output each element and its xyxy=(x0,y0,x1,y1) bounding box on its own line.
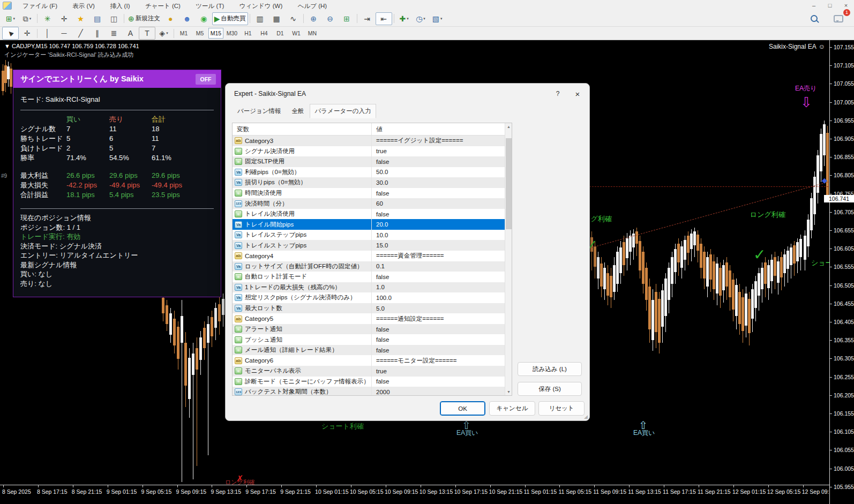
parameter-row[interactable]: ≈ アラート通知 false xyxy=(233,324,512,335)
profiles-button[interactable]: ⧉ ▾ xyxy=(19,12,35,25)
label-tool-button[interactable]: T xyxy=(139,27,155,40)
separator[interactable] xyxy=(303,14,304,23)
parameter-row[interactable]: ab Category5 ======通知設定====== xyxy=(233,313,512,324)
tile-windows-button[interactable]: ⊞ xyxy=(339,12,355,25)
menu-tools[interactable]: ツール (T) xyxy=(189,2,230,10)
menu-file[interactable]: ファイル (F) xyxy=(16,2,64,10)
parameter-value[interactable]: 1.0 xyxy=(372,282,512,293)
parameter-row[interactable]: Va 損切りpips（0=無効） 30.0 xyxy=(233,177,512,188)
indicators-button[interactable]: ✚ ▾ xyxy=(396,12,413,25)
parameter-value[interactable]: 60 xyxy=(372,198,512,209)
fibonacci-tool-button[interactable]: ≣ xyxy=(106,27,122,40)
parameter-value[interactable]: false xyxy=(372,156,512,167)
timeframe-w1[interactable]: W1 xyxy=(289,28,304,39)
parameter-value[interactable]: 0.1 xyxy=(372,261,512,272)
parameter-row[interactable]: ≈ 自動ロット計算モード false xyxy=(233,272,512,282)
bar-chart-button[interactable]: ▥ xyxy=(252,12,268,25)
parameter-row[interactable]: 123 決済時間（分） 60 xyxy=(233,198,512,209)
scroll-down-icon[interactable]: ▼ xyxy=(505,388,512,395)
parameter-row[interactable]: ≈ シグナル決済使用 true xyxy=(233,146,512,157)
close-icon[interactable]: × xyxy=(566,89,589,99)
parameter-row[interactable]: ab Category3 ======イグジット設定====== xyxy=(233,136,512,146)
market-watch-button[interactable]: ✳ xyxy=(39,12,56,25)
scroll-up-icon[interactable]: ▲ xyxy=(505,123,512,130)
periods-button[interactable]: ◷ ▾ xyxy=(413,12,429,25)
parameter-row[interactable]: Va トレイルステップpips 10.0 xyxy=(233,230,512,240)
tab-version[interactable]: バージョン情報 xyxy=(232,105,287,118)
menu-insert[interactable]: 挿入 (I) xyxy=(103,2,136,10)
parameter-row[interactable]: 123 バックテスト対象期間（本数） 2000 xyxy=(233,387,512,396)
chart-shift-button[interactable]: ⇤ xyxy=(376,12,392,25)
timeframe-mn[interactable]: MN xyxy=(305,28,320,39)
parameter-row[interactable]: Va ロットサイズ（自動計算OFF時の固定値） 0.1 xyxy=(233,261,512,272)
menu-view[interactable]: 表示 (V) xyxy=(66,2,101,10)
channel-tool-button[interactable]: ∥ xyxy=(89,27,106,40)
reset-button[interactable]: リセット xyxy=(538,401,585,416)
parameter-row[interactable]: Va トレイル開始pips 20.0 xyxy=(233,219,512,230)
new-order-button[interactable]: ⊕ 新規注文 xyxy=(126,12,162,25)
notifications-button[interactable]: 1 xyxy=(830,12,846,25)
experts-button[interactable]: ☻ xyxy=(179,12,196,25)
parameter-value[interactable]: ======モニター設定====== xyxy=(372,355,512,366)
parameter-row[interactable]: ≈ 固定SLTP使用 false xyxy=(233,156,512,167)
minimize-button[interactable]: – xyxy=(806,1,822,11)
parameter-value[interactable]: 100.0 xyxy=(372,292,512,303)
navigator-button[interactable]: ★ xyxy=(72,12,89,25)
panel-off-button[interactable]: OFF xyxy=(196,74,216,85)
strategy-tester-button[interactable]: ◫ xyxy=(106,12,122,25)
parameter-value[interactable]: false xyxy=(372,345,512,356)
save-button[interactable]: 保存 (S) xyxy=(518,382,582,396)
parameter-row[interactable]: Va 最大ロット数 5.0 xyxy=(233,303,512,314)
shapes-tool-button[interactable]: ◈ ▾ xyxy=(155,27,172,40)
separator[interactable] xyxy=(357,14,357,23)
parameter-value[interactable]: 10.0 xyxy=(372,230,512,240)
crosshair-tool-button[interactable]: ✛ xyxy=(19,27,35,40)
market-depth-button[interactable]: ● xyxy=(162,12,179,25)
line-chart-button[interactable]: ∿ xyxy=(285,12,302,25)
menu-chart[interactable]: チャート (C) xyxy=(139,2,187,10)
parameter-value[interactable]: false xyxy=(372,377,512,387)
dialog-titlebar[interactable]: Expert - Saikix-Signal EA ? × xyxy=(226,84,589,104)
parameter-row[interactable]: ≈ メール通知（詳細トレード結果） false xyxy=(233,345,512,356)
separator[interactable] xyxy=(174,29,174,38)
parameter-row[interactable]: ≈ モニターパネル表示 true xyxy=(233,366,512,377)
parameter-value[interactable]: 2000 xyxy=(372,387,512,396)
trendline-tool-button[interactable]: ╱ xyxy=(72,27,89,40)
parameter-row[interactable]: Va 1トレードの最大損失（残高の%） 1.0 xyxy=(233,282,512,293)
timeframe-m1[interactable]: M1 xyxy=(176,28,191,39)
parameter-row[interactable]: ≈ 時間決済使用 false xyxy=(233,188,512,199)
parameter-value[interactable]: ======通知設定====== xyxy=(372,313,512,324)
cursor-tool-button[interactable]: ▶ xyxy=(2,27,19,40)
parameter-row[interactable]: ≈ 診断モード（モニターにバッファ情報表示） false xyxy=(233,377,512,387)
parameter-row[interactable]: ab Category6 ======モニター設定====== xyxy=(233,355,512,366)
tab-common[interactable]: 全般 xyxy=(287,105,310,118)
resize-grip[interactable]: ◢ xyxy=(584,414,588,419)
timeframe-m30[interactable]: M30 xyxy=(224,28,239,39)
separator[interactable] xyxy=(124,14,124,23)
search-button[interactable] xyxy=(806,12,822,25)
help-button[interactable]: ? xyxy=(550,90,566,97)
load-button[interactable]: 読み込み (L) xyxy=(518,362,582,376)
parameter-value[interactable]: 20.0 xyxy=(372,219,512,230)
timeframe-m15[interactable]: M15 xyxy=(208,28,223,39)
parameter-value[interactable]: true xyxy=(372,146,512,157)
parameter-value[interactable]: false xyxy=(372,334,512,345)
maximize-button[interactable]: □ xyxy=(822,1,838,11)
time-axis[interactable]: 8 Sep 20258 Sep 17:158 Sep 21:159 Sep 01… xyxy=(0,485,854,504)
separator[interactable] xyxy=(37,29,38,38)
parameter-value[interactable]: ======資金管理====== xyxy=(372,251,512,261)
parameter-value[interactable]: false xyxy=(372,324,512,335)
ok-button[interactable]: OK xyxy=(440,401,485,416)
ea-smiley-icon[interactable]: ☺ xyxy=(819,43,825,50)
parameter-value[interactable]: false xyxy=(372,272,512,282)
zoom-out-button[interactable]: ⊖ xyxy=(322,12,339,25)
zoom-in-button[interactable]: ⊕ xyxy=(305,12,322,25)
parameter-row[interactable]: ab Category4 ======資金管理====== xyxy=(233,251,512,261)
parameter-value[interactable]: false xyxy=(372,209,512,220)
templates-button[interactable]: ▧ ▾ xyxy=(429,12,446,25)
menu-help[interactable]: ヘルプ (H) xyxy=(291,2,333,10)
auto-trading-button[interactable]: ▶ 自動売買 xyxy=(212,12,248,25)
tab-inputs[interactable]: パラメーターの入力 xyxy=(310,104,377,118)
separator[interactable] xyxy=(37,14,38,23)
separator[interactable] xyxy=(250,14,250,23)
